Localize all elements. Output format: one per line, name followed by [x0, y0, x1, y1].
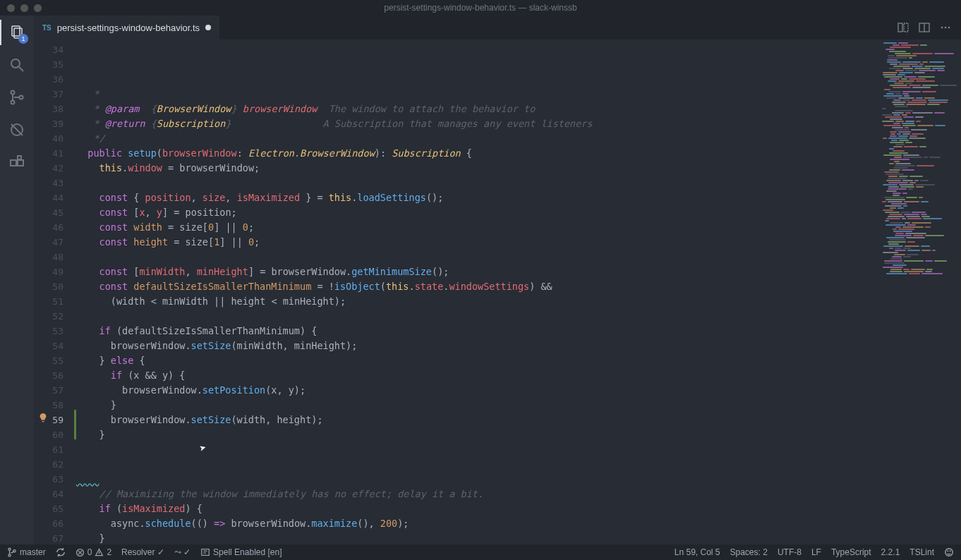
line-number: 64	[34, 487, 76, 501]
search-icon[interactable]	[7, 55, 27, 75]
now-status[interactable]: ⤳ ✓	[174, 547, 191, 557]
code-line[interactable]	[76, 176, 876, 190]
svg-rect-0	[12, 26, 20, 36]
code-line[interactable]	[76, 442, 876, 457]
spell-status[interactable]: Spell Enabled [en]	[200, 547, 282, 557]
spell-label: Spell Enabled [en]	[213, 547, 282, 557]
code-line[interactable]: } else {	[76, 353, 876, 368]
svg-point-20	[8, 554, 11, 556]
lightbulb-icon[interactable]	[38, 413, 48, 422]
editor-tab[interactable]: TS persist-settings-window-behavior.ts	[34, 16, 219, 39]
code-line[interactable]	[76, 457, 876, 472]
eol-status[interactable]: LF	[811, 547, 821, 557]
code-line[interactable]: (width < minWidth || height < minHeight)…	[76, 294, 876, 309]
code-line[interactable]	[76, 472, 876, 487]
tslint-status[interactable]: TSLint	[909, 547, 934, 557]
more-actions-icon[interactable]	[940, 22, 951, 33]
code-line[interactable]	[76, 309, 876, 324]
code-line[interactable]: const defaultSizeIsSmallerThanMinimum = …	[76, 279, 876, 294]
code-line[interactable]: if (isMaximized) {	[76, 501, 876, 516]
minimap[interactable]	[876, 39, 961, 544]
line-number: 51	[34, 294, 76, 309]
code-line[interactable]: }	[76, 427, 876, 442]
code-line[interactable]: }	[76, 398, 876, 413]
split-editor-icon[interactable]	[919, 22, 930, 33]
feedback-icon[interactable]	[944, 547, 954, 557]
extensions-icon[interactable]	[7, 152, 27, 172]
svg-point-16	[941, 27, 943, 29]
svg-point-4	[11, 91, 15, 95]
svg-rect-10	[18, 160, 23, 166]
svg-point-17	[945, 27, 947, 29]
svg-point-31	[950, 551, 950, 552]
line-number: 60	[34, 427, 76, 442]
status-bar: master 0 2 Resolver ✓ ⤳ ✓ Spell Enabled …	[0, 544, 961, 560]
code-line[interactable]: const width = size[0] || 0;	[76, 220, 876, 235]
code-line[interactable]: */	[76, 131, 876, 146]
code-line[interactable]	[76, 250, 876, 264]
encoding-status[interactable]: UTF-8	[778, 547, 802, 557]
svg-point-2	[11, 59, 20, 68]
line-number: 54	[34, 339, 76, 353]
code-area[interactable]: * * @param {BrowserWindow} browserWindow…	[76, 39, 876, 544]
svg-rect-9	[11, 160, 16, 166]
zoom-window-button[interactable]	[34, 4, 42, 12]
line-number: 63	[34, 472, 76, 487]
minimize-window-button[interactable]	[20, 4, 28, 12]
explorer-badge: 1	[18, 34, 28, 44]
line-number: 37	[34, 87, 76, 102]
line-number: 53	[34, 324, 76, 339]
debug-icon[interactable]	[7, 120, 27, 140]
svg-point-30	[948, 551, 948, 552]
code-line[interactable]: * @return {Subscription} A Subscription …	[76, 116, 876, 131]
svg-rect-12	[898, 23, 902, 32]
code-line[interactable]: const [x, y] = position;	[76, 205, 876, 220]
code-line[interactable]: const { position, size, isMaximized } = …	[76, 190, 876, 205]
code-line[interactable]: }	[76, 531, 876, 544]
close-window-button[interactable]	[7, 4, 15, 12]
cursor-position[interactable]: Ln 59, Col 5	[675, 547, 720, 557]
line-number: 44	[34, 190, 76, 205]
line-number: 39	[34, 116, 76, 131]
change-indicator	[74, 410, 76, 439]
editor-body[interactable]: 3435363738394041424344454647484950515253…	[34, 39, 961, 544]
code-line[interactable]: *	[76, 87, 876, 102]
svg-rect-11	[18, 156, 21, 159]
code-line[interactable]: const [minWidth, minHeight] = browserWin…	[76, 264, 876, 279]
code-line[interactable]: if (x && y) {	[76, 368, 876, 383]
code-line[interactable]: browserWindow.setPosition(x, y);	[76, 383, 876, 398]
tab-bar: TS persist-settings-window-behavior.ts	[34, 16, 961, 39]
code-line[interactable]: // Maximizing the window immediately has…	[76, 487, 876, 501]
line-number: 34	[34, 42, 76, 57]
main: 1 TS persist-settings-window-behavior.ts	[0, 16, 961, 544]
compare-changes-icon[interactable]	[897, 22, 909, 33]
code-line[interactable]: browserWindow.setSize(width, height);	[76, 413, 876, 427]
code-line[interactable]: const height = size[1] || 0;	[76, 235, 876, 250]
title-bar: persist-settings-window-behavior.ts — sl…	[0, 0, 961, 16]
language-status[interactable]: TypeScript	[831, 547, 871, 557]
source-control-icon[interactable]	[7, 87, 27, 107]
ts-version-status[interactable]: 2.2.1	[881, 547, 900, 557]
svg-point-6	[20, 96, 23, 99]
tab-actions	[897, 16, 961, 39]
code-line[interactable]: this.window = browserWindow;	[76, 161, 876, 176]
code-line[interactable]: * @param {BrowserWindow} browserWindow T…	[76, 102, 876, 116]
problems-status[interactable]: 0 2	[75, 547, 111, 557]
unsaved-indicator-icon	[205, 25, 211, 30]
line-number: 43	[34, 176, 76, 190]
resolver-status[interactable]: Resolver ✓	[121, 547, 164, 557]
git-branch-status[interactable]: master	[7, 547, 46, 557]
line-number: 57	[34, 383, 76, 398]
line-number: 56	[34, 368, 76, 383]
code-line[interactable]: if (defaultSizeIsSmallerThanMinimum) {	[76, 324, 876, 339]
sync-status[interactable]	[56, 547, 66, 557]
window-title: persist-settings-window-behavior.ts — sl…	[384, 3, 576, 13]
indentation-status[interactable]: Spaces: 2	[730, 547, 768, 557]
explorer-icon[interactable]: 1	[7, 23, 27, 42]
line-number: 36	[34, 72, 76, 87]
line-number: 42	[34, 161, 76, 176]
code-line[interactable]: public setup(browserWindow: Electron.Bro…	[76, 146, 876, 161]
line-number: 40	[34, 131, 76, 146]
code-line[interactable]: async.schedule(() => browserWindow.maxim…	[76, 516, 876, 531]
code-line[interactable]: browserWindow.setSize(minWidth, minHeigh…	[76, 339, 876, 353]
